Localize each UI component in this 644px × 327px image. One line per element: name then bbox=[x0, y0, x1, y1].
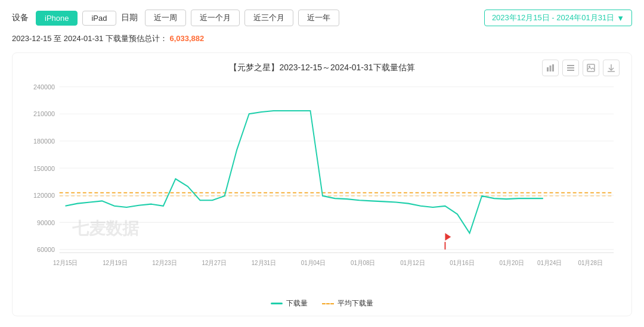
svg-text:90000: 90000 bbox=[37, 219, 55, 226]
svg-rect-4 bbox=[567, 67, 574, 68]
period-week-button[interactable]: 近一周 bbox=[145, 10, 186, 26]
legend-avg-label: 平均下载量 bbox=[338, 298, 373, 309]
chart-container: 【元梦之星】2023-12-15～2024-01-31下载量估算 七麦数据 bbox=[12, 52, 632, 316]
bar-chart-icon-btn[interactable] bbox=[542, 60, 559, 76]
svg-text:12月15日: 12月15日 bbox=[53, 260, 78, 266]
svg-text:01月08日: 01月08日 bbox=[351, 260, 375, 266]
svg-text:180000: 180000 bbox=[33, 138, 55, 145]
list-icon bbox=[566, 64, 575, 72]
download-icon bbox=[607, 64, 615, 72]
chart-actions bbox=[542, 60, 620, 76]
svg-text:12月23日: 12月23日 bbox=[152, 260, 177, 266]
list-icon-btn[interactable] bbox=[562, 60, 579, 76]
legend-avg: 平均下载量 bbox=[322, 298, 373, 309]
svg-text:12月31日: 12月31日 bbox=[252, 260, 276, 266]
chart-title: 【元梦之星】2023-12-15～2024-01-31下载量估算 bbox=[229, 63, 414, 73]
svg-text:210000: 210000 bbox=[33, 110, 55, 117]
summary-text: 2023-12-15 至 2024-01-31 下载量预估总计： bbox=[12, 34, 168, 43]
device-label: 设备 bbox=[12, 13, 29, 23]
bar-icon bbox=[546, 64, 555, 72]
main-container: 设备 iPhone iPad 日期 近一周 近一个月 近三个月 近一年 2023… bbox=[0, 0, 644, 326]
period-month-button[interactable]: 近一个月 bbox=[191, 10, 240, 26]
date-range-picker[interactable]: 2023年12月15日 - 2024年01月31日 ▼ bbox=[484, 10, 632, 26]
svg-text:01月04日: 01月04日 bbox=[301, 260, 326, 266]
legend-downloads-label: 下载量 bbox=[286, 298, 308, 309]
date-label: 日期 bbox=[121, 13, 138, 23]
legend-downloads-color bbox=[271, 303, 283, 304]
svg-rect-2 bbox=[552, 64, 554, 71]
svg-rect-0 bbox=[547, 67, 549, 71]
ipad-button[interactable]: iPad bbox=[82, 11, 116, 26]
svg-text:01月20日: 01月20日 bbox=[500, 260, 524, 266]
svg-text:240000: 240000 bbox=[33, 83, 55, 91]
chart-area: 七麦数据 240000 210000 180000 150000 120000 … bbox=[24, 79, 620, 294]
svg-text:01月28日: 01月28日 bbox=[578, 260, 603, 266]
svg-text:01月24日: 01月24日 bbox=[537, 260, 562, 266]
chart-legend: 下载量 平均下载量 bbox=[24, 298, 620, 309]
svg-text:150000: 150000 bbox=[33, 164, 55, 172]
svg-text:60000: 60000 bbox=[37, 246, 55, 253]
summary-line: 2023-12-15 至 2024-01-31 下载量预估总计： 6,033,8… bbox=[12, 33, 632, 44]
svg-text:01月16日: 01月16日 bbox=[450, 260, 474, 266]
svg-rect-3 bbox=[567, 65, 574, 66]
svg-text:12月19日: 12月19日 bbox=[103, 260, 127, 266]
download-icon-btn[interactable] bbox=[603, 60, 620, 76]
iphone-button[interactable]: iPhone bbox=[36, 11, 78, 26]
period-three-month-button[interactable]: 近三个月 bbox=[244, 10, 293, 26]
svg-rect-6 bbox=[587, 64, 595, 71]
svg-text:01月12日: 01月12日 bbox=[400, 260, 425, 266]
total-count: 6,033,882 bbox=[169, 34, 204, 43]
legend-downloads: 下载量 bbox=[271, 298, 308, 309]
svg-point-7 bbox=[589, 66, 590, 67]
period-year-button[interactable]: 近一年 bbox=[298, 10, 339, 26]
toolbar: 设备 iPhone iPad 日期 近一周 近一个月 近三个月 近一年 2023… bbox=[12, 10, 632, 26]
svg-text:12月27日: 12月27日 bbox=[202, 260, 227, 266]
image-icon-btn[interactable] bbox=[583, 60, 599, 76]
svg-marker-27 bbox=[445, 233, 451, 241]
legend-avg-color bbox=[322, 303, 334, 304]
svg-text:120000: 120000 bbox=[33, 192, 55, 199]
chart-header: 【元梦之星】2023-12-15～2024-01-31下载量估算 bbox=[24, 63, 620, 73]
chart-svg: 240000 210000 180000 150000 120000 90000… bbox=[24, 79, 620, 294]
svg-rect-5 bbox=[567, 70, 574, 71]
svg-rect-1 bbox=[550, 66, 552, 71]
chevron-down-icon: ▼ bbox=[617, 14, 624, 23]
red-flag-marker bbox=[445, 233, 451, 250]
image-icon bbox=[587, 64, 595, 72]
